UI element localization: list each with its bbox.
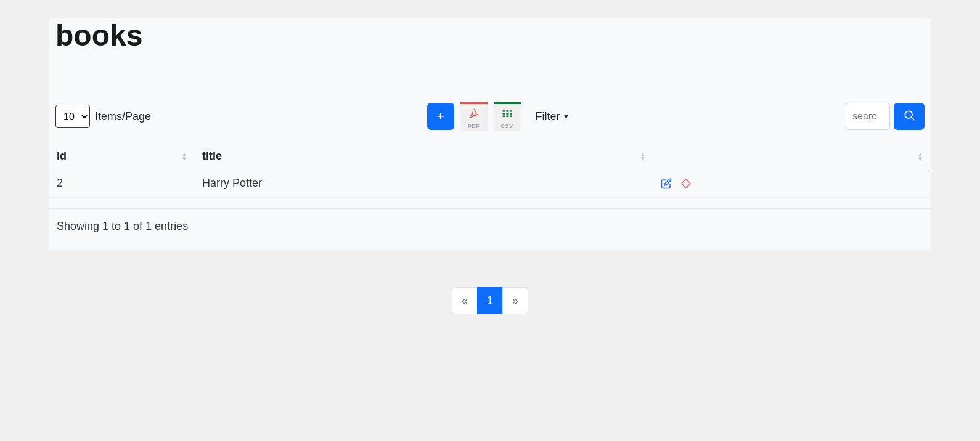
pagination-prev[interactable]: « bbox=[452, 287, 478, 314]
sort-icon: ▲▼ bbox=[181, 152, 187, 161]
sort-icon: ▲▼ bbox=[917, 152, 923, 161]
filter-label: Filter bbox=[536, 110, 560, 123]
pdf-label: PDF bbox=[468, 123, 480, 131]
export-csv-button[interactable]: CSV bbox=[494, 102, 521, 131]
column-header-title-label: title bbox=[202, 150, 222, 162]
svg-rect-11 bbox=[682, 179, 691, 188]
edit-icon bbox=[661, 178, 672, 189]
pagination: « 1 » bbox=[452, 287, 528, 314]
pagination-next[interactable]: » bbox=[502, 287, 528, 314]
cell-title: Harry Potter bbox=[195, 169, 653, 198]
data-table: id ▲▼ title ▲▼ ▲▼ 2 Harry Potter bbox=[49, 144, 931, 198]
csv-icon bbox=[501, 104, 513, 123]
svg-rect-7 bbox=[506, 115, 508, 117]
cell-id: 2 bbox=[49, 169, 195, 198]
search-icon bbox=[903, 109, 915, 124]
column-header-id[interactable]: id ▲▼ bbox=[49, 144, 195, 169]
search-input[interactable] bbox=[846, 103, 890, 130]
search-button[interactable] bbox=[894, 103, 925, 130]
toolbar: 10 Items/Page + PDF bbox=[49, 102, 931, 144]
svg-rect-8 bbox=[510, 115, 512, 117]
column-header-title[interactable]: title ▲▼ bbox=[195, 144, 653, 169]
svg-rect-5 bbox=[510, 113, 512, 115]
svg-rect-0 bbox=[502, 110, 505, 112]
svg-rect-3 bbox=[502, 113, 505, 115]
pdf-icon bbox=[467, 104, 481, 123]
filter-dropdown[interactable]: Filter ▼ bbox=[536, 110, 570, 123]
column-header-id-label: id bbox=[57, 150, 67, 162]
svg-rect-6 bbox=[502, 115, 505, 117]
svg-rect-2 bbox=[510, 110, 512, 112]
eraser-icon bbox=[680, 178, 692, 189]
column-header-actions: ▲▼ bbox=[653, 144, 931, 169]
export-pdf-button[interactable]: PDF bbox=[460, 102, 488, 131]
showing-entries: Showing 1 to 1 of 1 entries bbox=[49, 209, 931, 238]
svg-rect-1 bbox=[506, 110, 508, 112]
pagination-page-1[interactable]: 1 bbox=[477, 287, 503, 314]
caret-down-icon: ▼ bbox=[563, 112, 570, 121]
csv-label: CSV bbox=[501, 123, 513, 131]
items-per-page-select[interactable]: 10 bbox=[55, 105, 90, 128]
delete-button[interactable] bbox=[680, 178, 692, 189]
table-row: 2 Harry Potter bbox=[49, 169, 931, 198]
svg-rect-4 bbox=[506, 113, 508, 115]
cell-actions bbox=[653, 169, 931, 198]
sort-icon: ▲▼ bbox=[640, 152, 646, 161]
page-title: books bbox=[49, 18, 931, 52]
add-button[interactable]: + bbox=[427, 103, 454, 130]
edit-button[interactable] bbox=[661, 178, 672, 189]
svg-line-10 bbox=[911, 117, 913, 119]
items-per-page-label: Items/Page bbox=[95, 110, 151, 123]
